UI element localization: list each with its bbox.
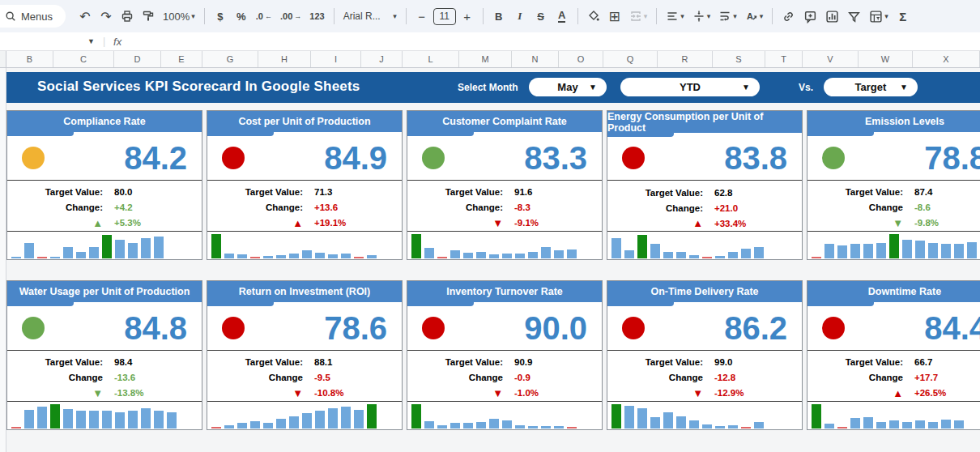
month-dropdown[interactable]: May▼ — [529, 78, 607, 96]
sparkline-bar — [224, 425, 234, 429]
filter-views-button[interactable]: ▾ — [866, 6, 892, 27]
sparkline-bar — [954, 420, 964, 429]
column-header-X[interactable]: X — [913, 51, 980, 67]
print-icon — [121, 10, 134, 23]
redo-button[interactable]: ↷ — [96, 6, 116, 27]
trend-arrow-icon: ▼ — [207, 388, 303, 399]
change-value: -0.9 — [514, 373, 530, 382]
kpi-card: On-Time Delivery Rate 86.2 Target Value:… — [607, 280, 803, 430]
column-header-N[interactable]: N — [512, 51, 559, 67]
italic-button[interactable]: I — [510, 6, 530, 27]
paint-format-button[interactable] — [138, 6, 158, 27]
text-wrap-button[interactable]: ▾ — [715, 6, 740, 27]
zoom-select[interactable]: 100%▾ — [160, 6, 198, 27]
text-rotation-button[interactable]: A▾ — [742, 6, 767, 27]
period-dropdown[interactable]: YTD▼ — [620, 78, 760, 96]
column-header-H[interactable]: H — [258, 51, 311, 67]
kpi-card-title: Compliance Rate — [7, 111, 202, 132]
chart-icon — [825, 10, 839, 23]
column-header-G[interactable]: G — [202, 51, 258, 67]
sparkline-bar — [528, 426, 538, 429]
kpi-stats: Target Value: 91.6 Change: -8.3 ▼ -9.1% — [407, 180, 602, 231]
kpi-cards-row-2: Water Usage per Unit of Production 84.8 … — [6, 280, 980, 430]
sparkline-bar — [863, 244, 873, 258]
sparkline-bar — [476, 252, 486, 258]
text-color-button[interactable]: A — [552, 6, 572, 27]
sparkline-bar — [941, 244, 951, 258]
column-header-I[interactable]: I — [311, 51, 361, 67]
fill-color-button[interactable] — [584, 6, 603, 27]
fill-color-icon — [587, 10, 600, 23]
more-formats-button[interactable]: 123 — [306, 6, 327, 27]
kpi-card: Inventory Turnover Rate 90.0 Target Valu… — [407, 280, 603, 430]
kpi-cards-row-1: Compliance Rate 84.2 Target Value: 80.0 … — [6, 110, 980, 260]
insert-comment-button[interactable] — [800, 6, 820, 27]
sparkline-bar — [902, 422, 912, 429]
column-header-R[interactable]: R — [658, 51, 713, 67]
column-header-W[interactable]: W — [859, 51, 913, 67]
sparkline-bar — [250, 421, 260, 429]
kpi-card-title: Energy Consumption per Unit of Product — [607, 111, 802, 133]
column-header-L[interactable]: L — [403, 51, 459, 67]
sparkline-bar — [824, 244, 834, 258]
merge-cells-icon — [629, 10, 642, 23]
insert-link-button[interactable] — [778, 6, 799, 27]
toolbar: Menus ↶ ↷ 100%▾ $ % .0← .00→ 123 Arial R… — [0, 0, 980, 32]
change-value: -13.6 — [114, 373, 135, 382]
merge-cells-button[interactable]: ▾ — [626, 6, 651, 27]
sparkline-bar — [837, 245, 847, 258]
column-header-C[interactable]: C — [53, 51, 114, 67]
column-header-B[interactable]: B — [6, 51, 53, 67]
column-header-O[interactable]: O — [559, 51, 603, 67]
sparkline-bar — [541, 426, 551, 429]
vertical-align-button[interactable]: ▾ — [689, 6, 714, 27]
print-button[interactable] — [117, 6, 137, 27]
kpi-value: 86.2 — [724, 312, 787, 344]
sparkline-bar — [11, 257, 21, 258]
menus-button[interactable]: Menus — [0, 5, 66, 28]
increase-decimal-button[interactable]: .00→ — [277, 6, 305, 27]
horizontal-align-button[interactable]: ▾ — [663, 6, 688, 27]
name-box-caret-icon[interactable]: ▼ — [87, 37, 95, 45]
trend-arrow-icon: ▼ — [607, 388, 703, 399]
functions-button[interactable]: Σ — [893, 6, 913, 27]
column-header-T[interactable]: T — [765, 51, 803, 67]
font-select[interactable]: Arial R...▾ — [340, 6, 400, 27]
compare-value: Target — [855, 81, 887, 93]
insert-chart-button[interactable] — [822, 6, 842, 27]
strikethrough-button[interactable]: S — [531, 6, 551, 27]
kpi-sparkline-chart — [607, 231, 802, 259]
create-filter-button[interactable] — [844, 6, 864, 27]
column-header-J[interactable]: J — [361, 51, 403, 67]
sparkline-bar — [437, 425, 447, 429]
status-dot-icon — [22, 147, 45, 169]
kpi-card-title: Downtime Rate — [807, 281, 980, 302]
column-header-E[interactable]: E — [161, 51, 202, 67]
format-currency-button[interactable]: $ — [211, 6, 230, 27]
formula-bar[interactable]: ▼ | fx — [0, 32, 980, 51]
decrease-decimal-button[interactable]: .0← — [253, 6, 275, 27]
compare-dropdown[interactable]: Target▼ — [824, 78, 918, 96]
borders-button[interactable]: ⊞ — [605, 6, 624, 27]
column-header-V[interactable]: V — [803, 51, 859, 67]
increase-font-size-button[interactable]: + — [458, 6, 477, 27]
sparkline-bar — [637, 235, 647, 258]
sparkline-bar — [328, 408, 338, 429]
sparkline-bar — [624, 406, 634, 429]
column-header-D[interactable]: D — [114, 51, 161, 67]
column-header-Q[interactable]: Q — [603, 51, 658, 67]
change-value: +21.0 — [714, 203, 738, 213]
change-label: Change — [807, 203, 903, 212]
sparkline-bar — [450, 250, 460, 258]
undo-button[interactable]: ↶ — [75, 6, 95, 27]
sparkline-bar — [967, 242, 977, 258]
bold-button[interactable]: B — [489, 6, 509, 27]
column-header-M[interactable]: M — [459, 51, 512, 67]
target-value-label: Target Value: — [207, 357, 303, 367]
font-size-input[interactable]: 11 — [433, 8, 456, 25]
decrease-font-size-button[interactable]: − — [412, 6, 432, 27]
column-header-S[interactable]: S — [713, 51, 765, 67]
kpi-card-title: Emission Levels — [807, 111, 980, 132]
format-percent-button[interactable]: % — [232, 6, 251, 27]
change-label: Change — [207, 373, 303, 382]
